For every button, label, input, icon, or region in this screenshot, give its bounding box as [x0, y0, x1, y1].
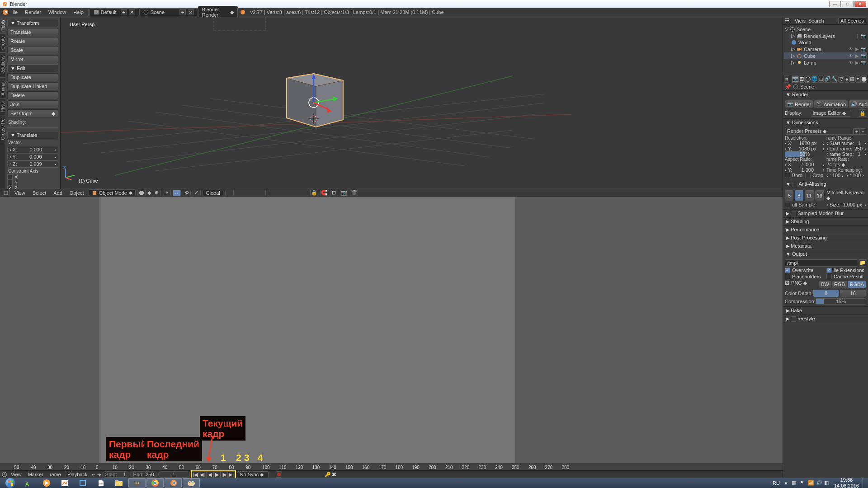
particles-context-icon[interactable]: ✦: [855, 75, 861, 83]
format-dropdown[interactable]: 🖼 PNG ◆: [785, 280, 817, 288]
playhead[interactable]: [101, 197, 101, 463]
full-sample-check[interactable]: ull Sample: [785, 202, 825, 207]
play-reverse-button[interactable]: ◀: [206, 471, 213, 478]
scene-remove-button[interactable]: ✕: [188, 9, 194, 15]
delete-button[interactable]: Delete: [7, 91, 58, 99]
show-desktop-button[interactable]: [863, 478, 866, 488]
end-frame-field[interactable]: End:250: [130, 471, 157, 478]
tray-icon-1[interactable]: ▦: [792, 480, 798, 486]
output-path-field[interactable]: [785, 259, 858, 267]
preset-add-button[interactable]: +: [854, 128, 860, 135]
frame-step-field[interactable]: ‹ rame Step:1›: [826, 151, 866, 157]
layout-remove-button[interactable]: ✕: [129, 9, 135, 15]
timeline-editor-icon[interactable]: [2, 472, 7, 477]
tab-physics[interactable]: Physi: [0, 99, 5, 115]
metadata-panel-header[interactable]: ▶ Metadata: [783, 242, 868, 250]
rgb-button[interactable]: RGB: [832, 280, 847, 288]
rgba-button[interactable]: RGBA: [848, 280, 866, 288]
auto-keyframe-button[interactable]: [276, 471, 282, 478]
tab-relations[interactable]: Relations: [0, 53, 5, 78]
editor-type-icon[interactable]: [2, 190, 10, 196]
join-button[interactable]: Join: [7, 100, 58, 108]
res-x-field[interactable]: ‹ X:1920 px›: [785, 141, 825, 146]
bake-panel-header[interactable]: ▶ Bake: [783, 307, 868, 314]
tab-tools[interactable]: Tools: [0, 17, 5, 33]
browse-folder-icon[interactable]: 📁: [859, 259, 866, 267]
manipulator-toggle[interactable]: ⌖: [163, 190, 171, 196]
renderlayers-context-icon[interactable]: 🖼: [799, 75, 805, 83]
performance-panel-header[interactable]: ▶ Performance: [783, 226, 868, 234]
mirror-button[interactable]: Mirror: [7, 55, 58, 63]
blender-icon[interactable]: [2, 9, 9, 16]
freestyle-panel-header[interactable]: ▶ reestyle: [783, 315, 868, 323]
smb-panel-header[interactable]: ▶ Sampled Motion Blur: [783, 210, 868, 217]
duplicate-linked-button[interactable]: Duplicate Linked: [7, 82, 58, 90]
tab-create[interactable]: Create: [0, 33, 5, 53]
crop-check[interactable]: Crop: [805, 173, 823, 178]
outliner-cube-row[interactable]: ▷Cube👁▶📷: [784, 52, 867, 59]
taskbar-app-5[interactable]: [92, 478, 109, 488]
sync-dropdown[interactable]: No Sync ◆: [237, 471, 269, 478]
snap-icon[interactable]: 🧲: [320, 190, 328, 196]
constraint-z[interactable]: Z: [7, 185, 58, 189]
shading-panel-header[interactable]: ▶ Shading: [783, 218, 868, 225]
aa-panel-header[interactable]: ▼ Anti-Aliasing: [783, 180, 868, 188]
menu-render[interactable]: Render: [21, 9, 45, 16]
menu-file[interactable]: ile: [9, 9, 21, 16]
physics-context-icon[interactable]: ⬤: [861, 75, 867, 83]
render-preview-icon[interactable]: 📷: [340, 190, 348, 196]
border-check[interactable]: Bord: [785, 173, 802, 178]
system-tray[interactable]: ▲ ▦ ⚑ 📶 🔊 ◧: [783, 480, 830, 486]
transform-header[interactable]: ▼ Transform: [7, 19, 58, 27]
shading-solid-icon[interactable]: [137, 190, 146, 196]
constraint-y[interactable]: Y: [7, 180, 58, 185]
taskbar-blender[interactable]: [165, 478, 182, 488]
render-button[interactable]: 📷Render: [785, 100, 813, 108]
th-frame[interactable]: rame: [47, 471, 64, 478]
preset-remove-button[interactable]: −: [860, 128, 866, 135]
aa-size-field[interactable]: ‹ Size:1.000 px›: [826, 202, 866, 207]
constraint-x[interactable]: X: [7, 174, 58, 180]
scene-dropdown[interactable]: Scene + ✕: [139, 8, 198, 16]
rotate-button[interactable]: Rotate: [7, 37, 58, 45]
frame-start-field[interactable]: ‹ Start rame:1›: [826, 141, 866, 146]
tab-animation[interactable]: Animati: [0, 78, 5, 99]
lock-camera-icon[interactable]: 🔒: [310, 190, 318, 196]
overwrite-check[interactable]: Overwrite: [785, 267, 825, 273]
snap-type-icon[interactable]: ⊡: [330, 190, 338, 196]
vh-add[interactable]: Add: [51, 190, 65, 196]
delete-keyframe-button[interactable]: 🗙: [332, 472, 337, 477]
tray-network-icon[interactable]: 📶: [808, 480, 814, 486]
operator-header[interactable]: ▼ Translate: [7, 131, 58, 139]
jump-end-button[interactable]: ▶|: [228, 471, 235, 478]
clip-icon[interactable]: ⇥: [97, 472, 101, 478]
jump-start-button[interactable]: |◀: [192, 471, 199, 478]
pin-icon[interactable]: 📌: [785, 84, 791, 90]
gl-render-icon[interactable]: 🎬: [350, 190, 358, 196]
fileext-check[interactable]: ile Extensions: [826, 267, 866, 273]
taskbar-app-4[interactable]: [74, 478, 91, 488]
depth-8-button[interactable]: 8: [813, 289, 840, 297]
remap-old-field[interactable]: ‹ : 100 ›: [826, 173, 846, 178]
duplicate-button[interactable]: Duplicate: [7, 73, 58, 81]
output-panel-header[interactable]: ▼ Output: [783, 250, 868, 258]
render-engine-dropdown[interactable]: Blender Render◆: [198, 6, 238, 19]
outliner-world-row[interactable]: World: [784, 39, 867, 46]
maximize-button[interactable]: □: [842, 1, 854, 7]
cache-check[interactable]: Cache Result: [826, 274, 866, 279]
aa-filter-dropdown[interactable]: Mitchell-Netravali ◆: [826, 190, 866, 201]
render-animation-button[interactable]: 🎬Animation: [814, 100, 848, 108]
material-context-icon[interactable]: ●: [844, 75, 849, 83]
viewport-3d[interactable]: User Persp (1) Cube z: [61, 17, 783, 189]
render-presets-dropdown[interactable]: Render Presets ◆: [785, 128, 854, 135]
res-pct-slider[interactable]: 50%: [785, 151, 825, 157]
taskbar-gimp[interactable]: [128, 478, 146, 488]
tab-grease-pencil[interactable]: Grease Pe: [0, 116, 5, 143]
set-origin-button[interactable]: Set Origin◆: [7, 109, 58, 118]
dimensions-panel-header[interactable]: ▼ Dimensions: [783, 119, 868, 126]
start-frame-field[interactable]: Start:1: [102, 471, 129, 478]
remap-new-field[interactable]: ‹ : 100 ›: [847, 173, 866, 178]
texture-context-icon[interactable]: ▦: [849, 75, 855, 83]
taskbar-app-1[interactable]: A: [20, 478, 37, 488]
translate-button[interactable]: Translate: [7, 28, 58, 36]
